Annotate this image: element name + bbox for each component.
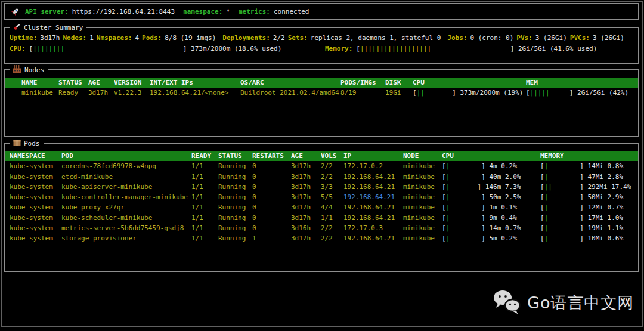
pod-age: 3d17h <box>291 233 321 243</box>
pod-cpu-gauge: [| ] 5m 0.2% <box>442 233 540 243</box>
pod-name: kube-scheduler-minikube <box>61 213 191 223</box>
panel-title-text: Cluster Summary <box>24 24 83 32</box>
cluster-summary-title: Cluster Summary <box>10 23 86 32</box>
col-age: AGE <box>88 78 114 88</box>
col-ip: IP <box>343 151 403 161</box>
pod-restarts: 0 <box>252 182 291 192</box>
pod-age: 3d17h <box>291 202 321 212</box>
col-cpu: CPU <box>442 151 540 161</box>
pod-vols: 2/2 <box>321 172 343 182</box>
pod-cpu-gauge: [| ] 1m 0.1% <box>442 202 540 212</box>
node-row[interactable]: minikube Ready 3d17h v1.22.3 192.168.64.… <box>5 88 638 98</box>
cluster-summary-panel: Cluster Summary Uptime:3d17h Nodes:1 Nms… <box>4 27 639 64</box>
pod-row[interactable]: kube-system etcd-minikube 1/1 Running 0 … <box>5 172 638 182</box>
col-name: NAME <box>21 78 58 88</box>
col-memory: MEMORY <box>540 151 638 161</box>
pod-restarts: 0 <box>252 161 291 171</box>
node-status: Ready <box>58 88 88 98</box>
pod-row[interactable]: kube-system metrics-server-5b6dd75459-gs… <box>5 223 638 233</box>
pod-vols: 2/2 <box>321 161 343 171</box>
col-cpu: CPU <box>413 78 526 88</box>
cluster-memory-gauge: Memory:[|||||||||||||||||| ] 2Gi/5Gi (41… <box>325 44 597 54</box>
node-pods: 8/19 <box>340 88 385 98</box>
pod-vols: 2/2 <box>321 233 343 243</box>
col-mem: MEM <box>526 78 638 88</box>
pod-row[interactable]: kube-system storage-provisioner 1/1 Runn… <box>5 233 638 243</box>
pod-namespace: kube-system <box>10 213 61 223</box>
stat-sets: Sets:replicas 2, daemons 1, stateful 0 <box>288 33 441 42</box>
col-restarts: RESTARTS <box>252 151 291 161</box>
pod-vols: 5/5 <box>321 192 343 202</box>
pod-row[interactable]: kube-system kube-scheduler-minikube 1/1 … <box>5 213 638 223</box>
col-version: VERSION <box>114 78 150 88</box>
pod-node: minikube <box>403 172 442 182</box>
pod-vols: 4/4 <box>321 202 343 212</box>
pod-status: Running <box>218 192 252 202</box>
pod-ready: 1/1 <box>191 223 218 233</box>
col-ips: INT/EXT IPs <box>150 78 240 88</box>
pod-status: Running <box>218 213 252 223</box>
pod-status: Running <box>218 161 252 171</box>
stat-pvs: PVs:3 (26Gi) <box>516 33 566 42</box>
pod-age: 3d17h <box>291 161 321 171</box>
pod-vols: 1/1 <box>321 213 343 223</box>
api-status-bar: API server: https://192.168.64.21:8443 n… <box>4 3 639 20</box>
pod-row[interactable]: kube-system kube-controller-manager-mini… <box>5 192 638 202</box>
pod-namespace: kube-system <box>10 172 61 182</box>
pod-mem-gauge: [| ] 14Mi 0.8% <box>540 161 638 171</box>
col-age: AGE <box>291 151 321 161</box>
namespace-value: * <box>226 8 230 16</box>
metrics-label: metrics: <box>239 8 270 16</box>
pod-row[interactable]: kube-system kube-apiserver-minikube 1/1 … <box>5 182 638 192</box>
watermark-text: Go语言中文网 <box>527 292 634 314</box>
pod-status: Running <box>218 202 252 212</box>
pod-row[interactable]: kube-system kube-proxy-x27qr 1/1 Running… <box>5 202 638 212</box>
pod-cpu-gauge: [| ] 40m 2.0% <box>442 172 540 182</box>
pod-namespace: kube-system <box>10 192 61 202</box>
pod-age: 3d17h <box>291 172 321 182</box>
pod-namespace: kube-system <box>10 182 61 192</box>
node-version: v1.22.3 <box>114 88 150 98</box>
pod-row[interactable]: kube-system coredns-78fcd69978-w4npq 1/1… <box>5 161 638 171</box>
pod-restarts: 1 <box>252 233 291 243</box>
pod-age: 3d17h <box>291 182 321 192</box>
pod-ip-link[interactable]: 192.168.64.21 <box>343 192 403 202</box>
pod-node: minikube <box>403 192 442 202</box>
col-node: NODE <box>403 151 442 161</box>
pod-namespace: kube-system <box>10 202 61 212</box>
panel-title-text: Pods <box>24 140 40 147</box>
pod-age: 3d17h <box>291 192 321 202</box>
pod-ready: 1/1 <box>191 161 218 171</box>
summary-stats-line: Uptime:3d17h Nodes:1 Nmspaces:4 Pods:8/8… <box>10 33 638 42</box>
col-status: STATUS <box>58 78 88 88</box>
pod-restarts: 0 <box>252 202 291 212</box>
pod-node: minikube <box>403 182 442 192</box>
pod-restarts: 0 <box>252 213 291 223</box>
wechat-icon <box>493 289 521 316</box>
node-mem-gauge: [||||| ] 2Gi/5Gi (42%) <box>526 88 638 98</box>
stat-deployments: Deployments:2/2 <box>222 33 284 42</box>
pod-node: minikube <box>403 213 442 223</box>
pod-cpu-gauge: [| ] 50m 2.5% <box>442 192 540 202</box>
stat-nodes: Nodes:1 <box>63 33 93 42</box>
col-status: STATUS <box>218 151 252 161</box>
pod-ip: 172.17.0.3 <box>343 223 403 233</box>
pod-name: storage-provisioner <box>61 233 191 243</box>
rocket-icon <box>11 7 20 16</box>
pod-mem-gauge: [| ] 17Mi 1.0% <box>540 213 638 223</box>
pod-name: coredns-78fcd69978-w4npq <box>61 161 191 171</box>
pod-name: kube-proxy-x27qr <box>61 202 191 212</box>
pod-name: kube-apiserver-minikube <box>61 182 191 192</box>
col-pod: POD <box>61 151 191 161</box>
node-cpu-gauge: [|| ] 373m/2000m (19%) <box>413 88 526 98</box>
stat-namespaces: Nmspaces:4 <box>97 33 139 42</box>
pods-title: Pods <box>10 138 44 148</box>
pod-ip: 172.17.0.2 <box>343 161 403 171</box>
stat-pods: Pods:8/8 (19 imgs) <box>142 33 216 42</box>
nodes-title: Nodes <box>10 65 48 75</box>
thermometer-icon <box>13 23 21 32</box>
namespace-label: namespace: <box>183 8 222 16</box>
pod-name: kube-controller-manager-minikube <box>61 192 191 202</box>
traffic-light-icon <box>10 78 21 108</box>
col-namespace: NAMESPACE <box>10 151 61 161</box>
